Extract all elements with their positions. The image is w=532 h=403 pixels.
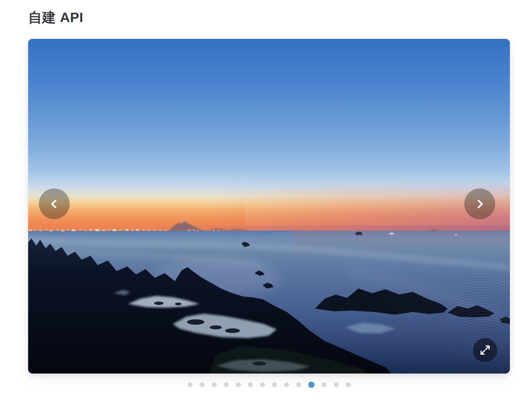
pagination-dot[interactable]	[188, 382, 193, 387]
expand-arrows-icon	[479, 344, 491, 356]
chevron-left-icon	[48, 197, 61, 211]
page: 自建 API	[0, 0, 532, 388]
pagination-dot[interactable]	[200, 382, 205, 387]
page-title: 自建 API	[28, 9, 532, 26]
pagination-dot[interactable]	[212, 382, 217, 387]
pagination-dot[interactable]	[334, 382, 339, 387]
pagination-dot[interactable]	[272, 382, 277, 387]
carousel-pagination	[28, 381, 510, 388]
pagination-dot[interactable]	[322, 382, 327, 387]
carousel-photo	[28, 39, 510, 374]
pagination-dot[interactable]	[224, 382, 229, 387]
image-carousel	[28, 39, 510, 374]
pagination-dot[interactable]	[260, 382, 265, 387]
pagination-dot-active[interactable]	[308, 382, 315, 388]
pagination-dot[interactable]	[346, 382, 351, 387]
pagination-dot[interactable]	[296, 382, 301, 387]
pagination-dot[interactable]	[248, 382, 253, 387]
fullscreen-button[interactable]	[473, 338, 497, 362]
previous-image-button[interactable]	[39, 188, 70, 219]
next-image-button[interactable]	[464, 188, 495, 219]
pagination-dot[interactable]	[284, 382, 289, 387]
pagination-dot[interactable]	[236, 382, 241, 387]
chevron-right-icon	[473, 197, 486, 211]
